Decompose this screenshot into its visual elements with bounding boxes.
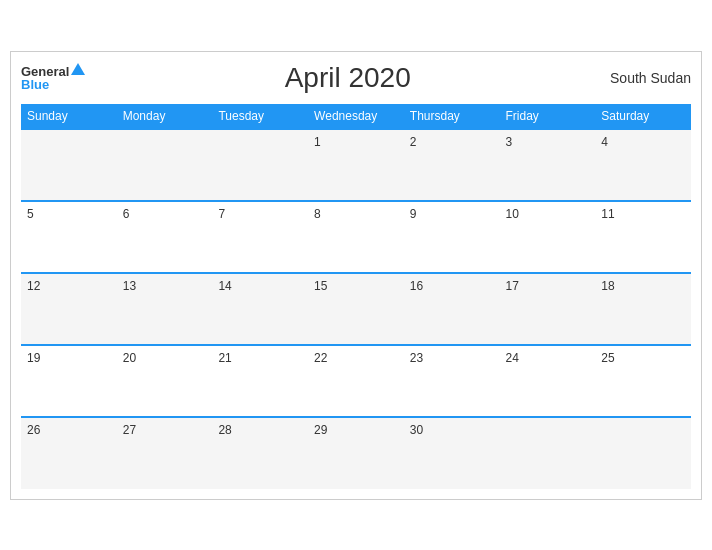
calendar-cell	[212, 129, 308, 201]
calendar-cell	[500, 417, 596, 489]
calendar-cell: 19	[21, 345, 117, 417]
day-number: 29	[314, 423, 327, 437]
week-row: 2627282930	[21, 417, 691, 489]
calendar-cell: 20	[117, 345, 213, 417]
calendar-cell: 14	[212, 273, 308, 345]
day-number: 26	[27, 423, 40, 437]
calendar-cell: 28	[212, 417, 308, 489]
calendar-cell	[21, 129, 117, 201]
week-row: 567891011	[21, 201, 691, 273]
day-number: 7	[218, 207, 225, 221]
calendar-cell: 21	[212, 345, 308, 417]
weekday-header: Friday	[500, 104, 596, 129]
day-number: 18	[601, 279, 614, 293]
calendar-cell: 16	[404, 273, 500, 345]
day-number: 16	[410, 279, 423, 293]
calendar-cell: 30	[404, 417, 500, 489]
day-number: 10	[506, 207, 519, 221]
day-number: 12	[27, 279, 40, 293]
week-row: 12131415161718	[21, 273, 691, 345]
day-number: 1	[314, 135, 321, 149]
week-row: 19202122232425	[21, 345, 691, 417]
logo: General Blue	[21, 65, 85, 91]
calendar-cell: 9	[404, 201, 500, 273]
calendar-cell: 6	[117, 201, 213, 273]
calendar-grid: SundayMondayTuesdayWednesdayThursdayFrid…	[21, 104, 691, 489]
day-number: 9	[410, 207, 417, 221]
calendar-cell: 10	[500, 201, 596, 273]
calendar-cell	[117, 129, 213, 201]
calendar-cell: 26	[21, 417, 117, 489]
day-number: 2	[410, 135, 417, 149]
calendar-cell: 11	[595, 201, 691, 273]
calendar-cell: 1	[308, 129, 404, 201]
day-number: 30	[410, 423, 423, 437]
day-number: 6	[123, 207, 130, 221]
calendar-cell	[595, 417, 691, 489]
calendar-cell: 24	[500, 345, 596, 417]
calendar-header: General Blue April 2020 South Sudan	[21, 62, 691, 94]
day-number: 8	[314, 207, 321, 221]
day-number: 4	[601, 135, 608, 149]
calendar-cell: 3	[500, 129, 596, 201]
calendar-cell: 27	[117, 417, 213, 489]
day-number: 3	[506, 135, 513, 149]
day-number: 15	[314, 279, 327, 293]
weekday-header: Tuesday	[212, 104, 308, 129]
calendar-container: General Blue April 2020 South Sudan Sund…	[10, 51, 702, 500]
calendar-cell: 17	[500, 273, 596, 345]
calendar-cell: 8	[308, 201, 404, 273]
logo-blue-text: Blue	[21, 78, 49, 91]
day-number: 20	[123, 351, 136, 365]
calendar-cell: 15	[308, 273, 404, 345]
calendar-cell: 13	[117, 273, 213, 345]
day-number: 25	[601, 351, 614, 365]
country-name: South Sudan	[610, 70, 691, 86]
calendar-cell: 23	[404, 345, 500, 417]
weekday-header: Sunday	[21, 104, 117, 129]
calendar-cell: 18	[595, 273, 691, 345]
day-number: 17	[506, 279, 519, 293]
weekday-header: Wednesday	[308, 104, 404, 129]
calendar-cell: 29	[308, 417, 404, 489]
calendar-cell: 22	[308, 345, 404, 417]
calendar-cell: 2	[404, 129, 500, 201]
day-number: 11	[601, 207, 614, 221]
day-number: 13	[123, 279, 136, 293]
week-row: 1234	[21, 129, 691, 201]
logo-triangle-icon	[71, 63, 85, 75]
weekday-header: Thursday	[404, 104, 500, 129]
day-number: 19	[27, 351, 40, 365]
month-title: April 2020	[285, 62, 411, 94]
day-number: 28	[218, 423, 231, 437]
calendar-cell: 5	[21, 201, 117, 273]
calendar-cell: 25	[595, 345, 691, 417]
day-number: 27	[123, 423, 136, 437]
day-number: 23	[410, 351, 423, 365]
day-number: 24	[506, 351, 519, 365]
day-number: 5	[27, 207, 34, 221]
weekday-header: Saturday	[595, 104, 691, 129]
weekday-header: Monday	[117, 104, 213, 129]
calendar-cell: 12	[21, 273, 117, 345]
calendar-cell: 4	[595, 129, 691, 201]
day-number: 22	[314, 351, 327, 365]
day-number: 21	[218, 351, 231, 365]
calendar-cell: 7	[212, 201, 308, 273]
day-number: 14	[218, 279, 231, 293]
logo-general-text: General	[21, 65, 69, 78]
weekday-header-row: SundayMondayTuesdayWednesdayThursdayFrid…	[21, 104, 691, 129]
